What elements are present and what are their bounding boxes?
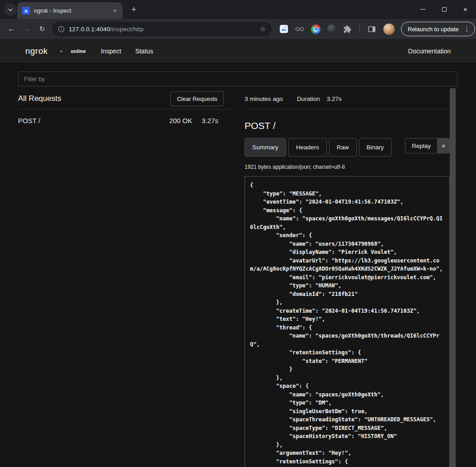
reload-button[interactable]: ↻: [34, 21, 50, 37]
url-path: /inspect/http: [110, 26, 143, 33]
duration-label: Duration: [297, 95, 320, 102]
ngrok-logo[interactable]: ngrok: [25, 46, 48, 56]
tab-raw[interactable]: Raw: [329, 138, 357, 157]
minimize-icon: [420, 9, 425, 10]
site-info-icon[interactable]: [58, 26, 65, 33]
tab-headers[interactable]: Headers: [288, 138, 327, 157]
detail-tabs: Summary Headers Raw Binary Replay ≡: [245, 138, 450, 157]
side-panel-icon[interactable]: [368, 25, 376, 33]
maximize-button[interactable]: [434, 0, 455, 19]
nav-item-documentation[interactable]: Documentation: [408, 48, 451, 55]
nav-item-inspect[interactable]: Inspect: [101, 48, 121, 55]
tab-binary[interactable]: Binary: [359, 138, 391, 157]
request-time-ago: 3 minutes ago: [245, 95, 283, 102]
tab-close-icon[interactable]: ×: [111, 7, 119, 15]
nav-item-status[interactable]: Status: [135, 48, 153, 55]
chevron-down-icon: [8, 7, 13, 13]
detail-header: 3 minutes ago Duration 3.27s: [245, 88, 450, 110]
chrome-profile-avatar[interactable]: [383, 23, 395, 35]
request-detail-panel: 3 minutes ago Duration 3.27s POST / Summ…: [245, 88, 450, 467]
browser-window: n ngrok - Inspect × + × ← → ↻ 127.0.0.1:…: [0, 0, 476, 467]
tab-title: ngrok - Inspect: [34, 8, 107, 14]
window-controls: ×: [412, 0, 476, 19]
tab-strip: n ngrok - Inspect × + ×: [0, 0, 476, 19]
request-duration: 3.27s: [202, 117, 218, 124]
maximize-icon: [442, 7, 447, 12]
request-row[interactable]: POST / 200 OK 3.27s: [18, 110, 231, 131]
status-dot-icon: •: [61, 48, 62, 54]
request-body-json: { "type": "MESSAGE", "eventTime": "2024-…: [245, 176, 450, 467]
kebab-menu-icon[interactable]: ⋮: [462, 25, 471, 33]
tab-search-button[interactable]: [4, 4, 16, 16]
minimize-button[interactable]: [412, 0, 434, 19]
ngrok-header: ngrok • online Inspect Status Documentat…: [0, 39, 476, 63]
vertical-scrollbar[interactable]: [450, 88, 456, 467]
glasses-extension-icon[interactable]: [295, 26, 304, 32]
close-window-button[interactable]: ×: [455, 0, 476, 19]
back-button[interactable]: ←: [4, 21, 19, 37]
replay-button-group: Replay ≡: [405, 138, 450, 153]
replay-button[interactable]: Replay: [405, 138, 438, 153]
requests-panel-header: All Requests Clear Requests: [18, 88, 231, 110]
all-requests-title: All Requests: [18, 94, 61, 103]
dark-orb-extension-icon[interactable]: [327, 24, 336, 33]
browser-tab[interactable]: n ngrok - Inspect ×: [17, 2, 123, 19]
relaunch-label: Relaunch to update: [408, 26, 459, 33]
request-status: 200 OK: [169, 117, 192, 124]
clear-requests-button[interactable]: Clear Requests: [170, 91, 224, 106]
filter-input[interactable]: [18, 71, 457, 86]
request-detail-title: POST /: [245, 120, 450, 131]
url-text: 127.0.0.1:4040/inspect/http: [69, 26, 144, 33]
request-method-path: POST /: [18, 117, 40, 124]
url-host: 127.0.0.1:4040: [69, 26, 110, 33]
browser-toolbar: ← → ↻ 127.0.0.1:4040/inspect/http ☆: [0, 19, 476, 39]
replay-menu-button[interactable]: ≡: [438, 138, 450, 153]
extensions-row: [279, 24, 376, 34]
bookmark-star-icon[interactable]: ☆: [260, 25, 266, 33]
tab-summary[interactable]: Summary: [245, 138, 286, 157]
duration-value: 3.27s: [327, 95, 342, 102]
status-online-label: online: [71, 48, 86, 54]
new-tab-button[interactable]: +: [128, 4, 140, 15]
toolbar-separator: [359, 25, 360, 33]
screenshot-extension-icon[interactable]: [279, 24, 288, 33]
address-bar[interactable]: 127.0.0.1:4040/inspect/http ☆: [52, 22, 272, 36]
relaunch-button[interactable]: Relaunch to update ⋮: [401, 22, 475, 36]
ngrok-favicon: n: [22, 7, 30, 14]
extensions-puzzle-icon[interactable]: [343, 25, 352, 33]
page-content: All Requests Clear Requests POST / 200 O…: [0, 63, 476, 467]
requests-panel: All Requests Clear Requests POST / 200 O…: [18, 88, 231, 131]
forward-button[interactable]: →: [19, 21, 34, 37]
chrome-logo-icon[interactable]: [311, 24, 320, 34]
content-type-meta: 1921 bytes application/json; charset=utf…: [245, 164, 450, 170]
